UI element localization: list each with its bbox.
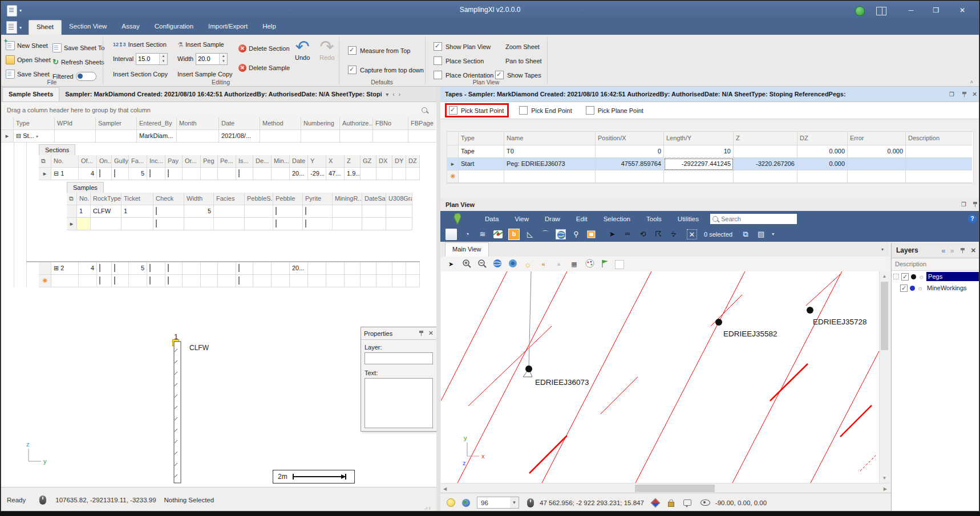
tab-help[interactable]: Help	[255, 20, 284, 35]
scroll-left-icon[interactable]: ◀	[443, 486, 447, 491]
maximize-button[interactable]: ❒	[928, 5, 945, 16]
layer-render-icon[interactable]: ☼	[917, 285, 923, 291]
scroll-down-icon[interactable]: ▼	[880, 476, 889, 481]
select-polygon-icon[interactable]: ⭍	[669, 229, 679, 239]
restore-panel-icon[interactable]: ❒	[949, 91, 954, 97]
sample-row-1[interactable]: 1 CLFW 1 5	[67, 205, 412, 218]
place-orientation-checkbox[interactable]: Place Orientation	[434, 71, 493, 79]
expand-all-icon[interactable]: ⧉	[67, 193, 77, 205]
status-green-icon[interactable]	[855, 6, 865, 16]
sam-col-u308[interactable]: U308Grade	[386, 193, 412, 205]
layer-visible-check-icon[interactable]	[901, 273, 909, 281]
refresh-sheets-button[interactable]: ↻Refresh Sheets	[52, 57, 104, 67]
checkbox-icon[interactable]	[276, 220, 277, 227]
undo-button[interactable]: ↶Undo	[295, 39, 310, 61]
zoom-combo[interactable]: 96▼	[477, 497, 519, 509]
collapse-section-icon[interactable]: ⊟	[54, 170, 59, 177]
sec-col-inc[interactable]: Inc...	[147, 155, 165, 168]
layer-style-icon[interactable]	[911, 274, 916, 279]
sec-col-x[interactable]: X	[326, 155, 345, 168]
delete-section-button[interactable]: ✕Delete Section	[238, 43, 290, 54]
open-sheet-button[interactable]: Open Sheet	[6, 55, 51, 65]
checkbox-icon[interactable]	[99, 264, 100, 272]
pick-start-point-checkbox[interactable]: Pick Start Point	[449, 106, 504, 115]
plan-view-canvas[interactable]: EDRIEEJ36073 EDRIEEJ35582 EDRIEEJ35728 y…	[441, 271, 879, 484]
type-caret-icon[interactable]: ▾	[36, 134, 38, 139]
b-tool-icon[interactable]: b	[508, 229, 520, 240]
capture-from-top-down-checkbox[interactable]: Capture from top down	[348, 66, 424, 74]
layers-description-header[interactable]: Description	[892, 258, 979, 271]
scroll-up-icon[interactable]: ▲	[880, 271, 889, 279]
menu-edit[interactable]: Edit	[568, 216, 596, 222]
world-view-icon[interactable]	[507, 259, 518, 270]
checkbox-icon[interactable]	[156, 207, 157, 215]
pick-plane-point-checkbox[interactable]: Pick Plane Point	[586, 106, 643, 115]
sam-col-pebble[interactable]: Pebble	[273, 193, 303, 205]
tape-new-row[interactable]: ✳	[447, 170, 973, 183]
help-icon[interactable]: ?	[968, 214, 977, 223]
measure-from-top-checkbox[interactable]: Measure from Top	[348, 46, 410, 55]
checkbox-icon[interactable]	[149, 169, 151, 177]
sam-col-pebbles[interactable]: PebbleS...	[245, 193, 273, 205]
quick-access-icon[interactable]	[6, 21, 17, 34]
map-vertical-scrollbar[interactable]: ▲ ▼	[879, 271, 889, 483]
select-circle-icon[interactable]: ⟲	[638, 229, 648, 239]
collapse-left-icon[interactable]: «	[941, 246, 945, 255]
peg-point[interactable]	[807, 307, 813, 314]
lock-icon[interactable]	[668, 502, 674, 507]
sec-col-de[interactable]: De...	[253, 155, 272, 168]
width-spinner[interactable]: ▲▼	[196, 53, 228, 65]
flag-icon[interactable]	[600, 259, 610, 270]
sec-col-fa[interactable]: Fa...	[129, 155, 147, 168]
checkbox-icon[interactable]	[238, 264, 240, 272]
layer-label[interactable]: MineWorkings	[925, 283, 979, 292]
palette-dropdown-icon[interactable]: ▾	[584, 259, 595, 270]
plan-search-box[interactable]	[710, 214, 797, 224]
col-date[interactable]: Date	[219, 117, 260, 130]
col-method[interactable]: Method	[260, 117, 301, 130]
checkbox-icon[interactable]	[99, 169, 100, 177]
tab-sheet[interactable]: Sheet	[29, 20, 62, 35]
collapse-ribbon-icon[interactable]: ˄	[970, 79, 973, 85]
sheet-header-caret-icon[interactable]: ▾	[386, 91, 388, 97]
sheet-row[interactable]: ▸ ⊟ St... ▾ MarkDiam... 2021/08/...	[1, 130, 436, 143]
pin-icon[interactable]	[962, 92, 967, 97]
pin-icon[interactable]	[419, 331, 424, 336]
section-row-2[interactable]: ⊞ 2 4 5 20...	[39, 262, 420, 275]
focused-cell[interactable]: -2922297.441245	[664, 158, 734, 170]
col-entered-by[interactable]: Entered_By	[137, 117, 177, 130]
checkbox-icon[interactable]	[156, 220, 157, 227]
place-section-checkbox[interactable]: Place Section	[434, 56, 484, 65]
tape-col-dz[interactable]: DZ	[797, 132, 848, 145]
sam-col-ticket[interactable]: Ticket	[122, 193, 153, 205]
sec-col-z[interactable]: Z	[345, 155, 361, 168]
sec-col-on[interactable]: On...	[97, 155, 112, 168]
location-pin-icon[interactable]: ⚲	[571, 229, 581, 239]
collapse-row-icon[interactable]: ⊟	[16, 132, 21, 139]
sam-col-facies[interactable]: Facies	[214, 193, 245, 205]
new-sheet-button[interactable]: New Sheet	[6, 40, 48, 51]
interval-input[interactable]	[136, 54, 159, 64]
setsquare-icon[interactable]: ◺	[525, 229, 535, 239]
checkbox-icon[interactable]	[114, 169, 115, 177]
layers-icon[interactable]: ≋	[477, 229, 488, 239]
sec-col-y[interactable]: Y	[308, 155, 326, 168]
clear-selection-icon[interactable]: ✕	[687, 229, 697, 239]
layer-row-pegs[interactable]: ☼ Pegs	[892, 271, 979, 282]
pick-end-point-checkbox[interactable]: Pick End Point	[519, 106, 572, 115]
checkbox-icon[interactable]	[114, 264, 115, 272]
resize-grip[interactable]: ⠴⠆	[424, 505, 433, 511]
layer-render-icon[interactable]: ☼	[918, 273, 924, 280]
peg-point[interactable]	[715, 319, 722, 326]
zoom-extents-globe-icon[interactable]	[492, 259, 503, 270]
sec-col-peg[interactable]: Peg	[201, 155, 218, 168]
tape-col-position-x[interactable]: Position/X	[596, 132, 664, 145]
width-input[interactable]	[196, 54, 219, 64]
sec-col-gully[interactable]: Gully	[112, 155, 129, 168]
sec-col-of[interactable]: Of...	[79, 155, 97, 168]
grid-icon[interactable]: ▦	[569, 259, 580, 270]
new-row-cell[interactable]	[77, 218, 91, 230]
insert-sample-button[interactable]: ⚗Insert Sample	[177, 39, 224, 50]
tab-import-export[interactable]: Import/Export	[201, 20, 255, 35]
next-view-icon[interactable]: »	[553, 259, 564, 270]
